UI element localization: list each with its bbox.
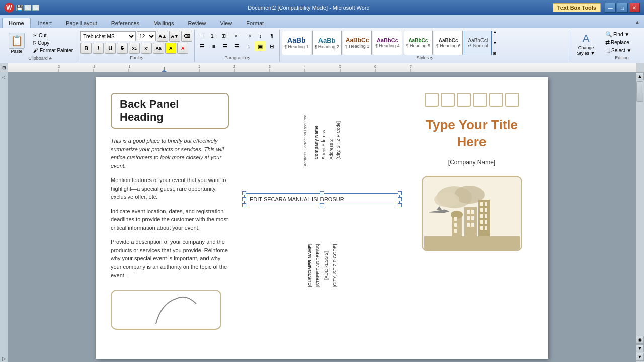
quick-save[interactable]: 💾 xyxy=(16,5,23,11)
show-para-btn[interactable]: ¶ xyxy=(266,31,277,41)
handle-bottom[interactable] xyxy=(320,203,324,207)
align-left-btn[interactable]: ☰ xyxy=(197,41,208,51)
scroll-down-btn[interactable]: ▼ xyxy=(636,353,644,361)
styles-expand[interactable]: ⬘ xyxy=(430,56,433,60)
subscript-btn[interactable]: x₂ xyxy=(129,43,140,54)
change-styles-btn[interactable]: A ChangeStyles ▼ xyxy=(572,31,600,58)
document-title[interactable]: Type Your Title Here xyxy=(426,117,518,151)
tab-page-layout[interactable]: Page Layout xyxy=(59,18,104,28)
svg-text:-1: -1 xyxy=(127,65,130,68)
scroll-thumb[interactable] xyxy=(636,81,643,102)
right-illustration-box xyxy=(422,176,522,251)
maximize-btn[interactable]: □ xyxy=(617,3,628,13)
handle-tl[interactable] xyxy=(242,191,246,195)
bullets-btn[interactable]: ≡ xyxy=(197,31,208,41)
paragraph-group: ≡ 1≡ ⊞≡ ⇤ ⇥ ↕ ¶ ☰ ≡ ☰ ☰ ↕ ▣ ⊞ Paragraph … xyxy=(195,30,280,62)
redo-btn[interactable]: ↪ xyxy=(32,5,39,11)
right-column: Type Your Title Here [Company Name] xyxy=(410,93,533,344)
bold-btn[interactable]: B xyxy=(80,43,92,54)
middle-column: Address Correction Required Company Name… xyxy=(244,93,400,344)
sort-btn[interactable]: ↕ xyxy=(255,31,266,41)
style-heading6[interactable]: AaBbCc ¶ Heading 6 xyxy=(434,31,463,55)
italic-btn[interactable]: I xyxy=(93,43,104,54)
font-color-btn[interactable]: A xyxy=(177,43,188,54)
handle-tr[interactable] xyxy=(398,191,402,195)
increase-indent-btn[interactable]: ⇥ xyxy=(243,31,254,41)
style-heading5[interactable]: AaBbCc ¶ Heading 5 xyxy=(404,31,433,55)
change-case-btn[interactable]: Aa xyxy=(153,43,164,54)
svg-rect-30 xyxy=(467,216,470,220)
close-btn[interactable]: ✕ xyxy=(629,3,640,13)
scroll-up-btn[interactable]: ▲ xyxy=(636,72,644,80)
font-size-select[interactable]: 12 xyxy=(137,31,156,41)
style-heading3[interactable]: AaBbCc ¶ Heading 3 xyxy=(343,31,372,55)
handle-bl[interactable] xyxy=(242,203,246,207)
styles-scroll[interactable]: ▲ ▼ ⊞ xyxy=(493,31,497,55)
next-page-btn[interactable]: ▼ xyxy=(636,344,644,352)
align-right-btn[interactable]: ☰ xyxy=(220,41,231,51)
address-block-top: Company Name Street Address Address 2 [C… xyxy=(313,93,342,188)
replace-button[interactable]: ⇄ Replace xyxy=(604,39,640,46)
editing-group: 🔍 Find ▼ ⇄ Replace ⬚ Select ▼ Editing xyxy=(602,30,642,62)
shading-btn[interactable]: ▣ xyxy=(255,41,266,51)
style-heading4[interactable]: AaBbCc ¶ Heading 4 xyxy=(373,31,402,55)
page-down-btn[interactable]: ▷ xyxy=(1,356,7,362)
shrink-font-btn[interactable]: A▼ xyxy=(169,31,180,42)
textbox-tools-tab[interactable]: Text Box Tools xyxy=(553,3,601,12)
decrease-indent-btn[interactable]: ⇤ xyxy=(231,31,243,41)
strikethrough-btn[interactable]: S̶ xyxy=(117,43,128,54)
underline-btn[interactable]: U xyxy=(105,43,116,54)
style-heading2[interactable]: AaBb ¶ Heading 2 xyxy=(312,31,342,55)
tab-insert[interactable]: Insert xyxy=(32,18,59,28)
window-title: Document2 [Compatibility Mode] - Microso… xyxy=(64,5,553,11)
italic-paragraph[interactable]: This is a good place to briefly but effe… xyxy=(111,137,229,170)
highlight-btn[interactable]: A xyxy=(165,43,176,54)
copy-button[interactable]: ⎘ Copy xyxy=(31,39,75,47)
handle-top[interactable] xyxy=(320,191,324,195)
minimize-btn[interactable]: — xyxy=(605,3,616,13)
grow-font-btn[interactable]: A▲ xyxy=(157,31,168,42)
para2[interactable]: Mention features of your event that you … xyxy=(111,176,229,201)
find-button[interactable]: 🔍 Find ▼ xyxy=(604,31,640,38)
handle-br[interactable] xyxy=(398,203,402,207)
tab-home[interactable]: Home xyxy=(2,18,31,28)
ribbon-collapse[interactable]: ▲ xyxy=(635,19,642,26)
align-center-btn[interactable]: ≡ xyxy=(208,41,219,51)
company-name[interactable]: [Company Name] xyxy=(448,159,495,166)
undo-btn[interactable]: ↩ xyxy=(24,5,31,11)
cut-button[interactable]: ✂ Cut xyxy=(31,32,75,39)
superscript-btn[interactable]: x² xyxy=(141,43,152,54)
justify-btn[interactable]: ☰ xyxy=(231,41,243,51)
paste-button[interactable]: 📋 Paste xyxy=(4,31,29,55)
title-bar: W 💾 ↩ ↪ Document2 [Compatibility Mode] -… xyxy=(0,0,644,15)
font-name-select[interactable]: Trebuchet MS xyxy=(80,31,136,41)
tab-review[interactable]: Review xyxy=(181,18,212,28)
select-button[interactable]: ⬚ Select ▼ xyxy=(604,47,640,54)
handle-right[interactable] xyxy=(398,197,402,201)
multilevel-btn[interactable]: ⊞≡ xyxy=(220,31,231,41)
style-normal[interactable]: AaBbCcl ↵ Normal xyxy=(464,31,492,55)
para4[interactable]: Provide a description of your company an… xyxy=(111,238,229,280)
paragraph-expand[interactable]: ⬘ xyxy=(247,56,250,60)
tab-references[interactable]: References xyxy=(105,18,146,28)
format-painter-button[interactable]: 🖌 Format Painter xyxy=(31,47,75,54)
para3[interactable]: Indicate event location, dates, and regi… xyxy=(111,207,229,232)
clipboard-expand[interactable]: ⬘ xyxy=(49,56,52,61)
page-nav-btns: ◉ ▼ ▼ xyxy=(636,336,644,361)
font-expand[interactable]: ⬘ xyxy=(140,56,143,60)
prev-page-btn[interactable]: ◉ xyxy=(636,336,644,344)
tab-view[interactable]: View xyxy=(214,18,239,28)
doc-page-area: Back Panel Heading This is a good place … xyxy=(8,72,636,362)
handle-left[interactable] xyxy=(242,197,246,201)
address-correction-text: Address Correction Required xyxy=(302,93,308,188)
style-heading1[interactable]: AaBb ¶ Heading 1 xyxy=(282,31,311,55)
line-spacing-btn[interactable]: ↕ xyxy=(243,41,254,51)
borders-btn[interactable]: ⊞ xyxy=(266,41,277,51)
svg-text:3: 3 xyxy=(269,65,271,68)
ruler-corner[interactable]: ⊞ xyxy=(0,63,8,72)
tab-format[interactable]: Format xyxy=(239,18,270,28)
tab-mailings[interactable]: Mailings xyxy=(147,18,180,28)
clear-format-btn[interactable]: ⌫ xyxy=(181,31,192,42)
page-up-btn[interactable]: ◁ xyxy=(1,74,7,80)
numbering-btn[interactable]: 1≡ xyxy=(208,31,219,41)
